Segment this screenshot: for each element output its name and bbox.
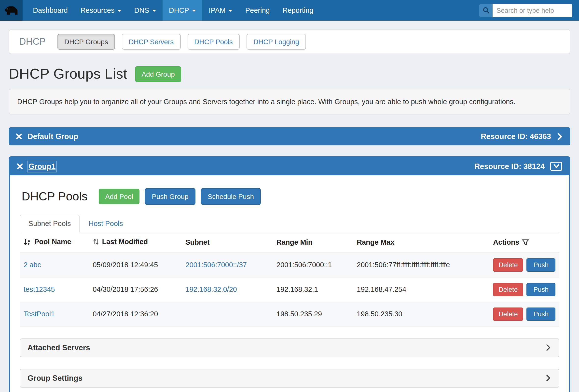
subnet-link[interactable]: 192.168.32.0/20 xyxy=(185,285,237,293)
nav-item-dashboard[interactable]: Dashboard xyxy=(26,0,74,21)
tab-subnet-pools[interactable]: Subnet Pools xyxy=(20,215,80,232)
elephant-logo-icon xyxy=(4,5,19,16)
chevron-down-icon xyxy=(553,164,559,168)
column-header-label: Last Modified xyxy=(102,238,148,246)
range-max-cell: 192.168.47.254 xyxy=(353,277,489,302)
nav-item-label: DNS xyxy=(134,6,149,14)
page-title: DHCP Groups List xyxy=(9,66,127,82)
chevron-right-icon xyxy=(545,344,552,351)
caret-down-icon xyxy=(118,10,122,12)
column-header-subnet[interactable]: Subnet xyxy=(181,232,273,252)
nav-item-label: Reporting xyxy=(283,6,314,14)
groups-description: DHCP Groups help you to organize all of … xyxy=(9,89,570,114)
close-icon[interactable] xyxy=(17,163,23,169)
accordion-label: Group Settings xyxy=(27,374,82,383)
caret-down-icon xyxy=(229,10,232,12)
column-header-label: Subnet xyxy=(185,238,210,246)
column-header-label: Pool Name xyxy=(34,238,71,246)
filter-icon[interactable] xyxy=(522,239,529,246)
add-group-button[interactable]: Add Group xyxy=(135,66,181,82)
resource-id: Resource ID: 38124 xyxy=(474,162,545,171)
group-name: Default Group xyxy=(27,132,78,141)
dhcp-groups-button[interactable]: DHCP Groups xyxy=(58,34,115,50)
sort-both-icon xyxy=(93,238,99,245)
dhcp-logging-button[interactable]: DHCP Logging xyxy=(247,34,306,50)
nav-item-label: Dashboard xyxy=(33,6,68,14)
column-header-label: Actions xyxy=(493,238,519,246)
table-row: test12345 04/30/2018 17:56:26 192.168.32… xyxy=(20,277,559,302)
push-button[interactable]: Push xyxy=(526,283,555,296)
dhcp-pools-button[interactable]: DHCP Pools xyxy=(187,34,240,50)
dhcp-servers-button[interactable]: DHCP Servers xyxy=(122,34,180,50)
subnet-pools-table: a z Pool Name xyxy=(20,232,559,326)
range-max-cell: 2001:506:77ff:ffff:ffff:ffff:ffff:fffe xyxy=(353,252,489,277)
nav-item-peering[interactable]: Peering xyxy=(239,0,276,21)
last-modified-cell: 05/09/2018 12:49:45 xyxy=(89,252,181,277)
nav-item-label: Resources xyxy=(80,6,115,14)
nav-item-dhcp[interactable]: DHCP xyxy=(162,0,202,21)
group-name-link[interactable]: Group1 xyxy=(28,162,56,171)
pool-name-link[interactable]: test12345 xyxy=(24,285,55,293)
pools-title: DHCP Pools xyxy=(22,190,88,203)
accordion-label: Attached Servers xyxy=(27,343,90,352)
search-input[interactable] xyxy=(493,4,572,17)
nav-item-reporting[interactable]: Reporting xyxy=(276,0,320,21)
nav-item-dns[interactable]: DNS xyxy=(128,0,162,21)
top-navbar: Dashboard Resources DNS DHCP IPAM Peerin… xyxy=(0,0,579,21)
column-header-range-min[interactable]: Range Min xyxy=(273,232,353,252)
attached-servers-accordion[interactable]: Attached Servers xyxy=(20,338,559,357)
subnet-link[interactable]: 2001:506:7000::/37 xyxy=(185,261,247,269)
search-icon[interactable] xyxy=(479,4,493,17)
tab-host-pools[interactable]: Host Pools xyxy=(80,215,132,232)
delete-button[interactable]: Delete xyxy=(493,258,523,271)
main-content: DHCP DHCP Groups DHCP Servers DHCP Pools… xyxy=(0,29,579,392)
pool-name-link[interactable]: TestPool1 xyxy=(24,310,55,318)
pool-name-link[interactable]: 2 abc xyxy=(24,261,41,269)
collapse-group-button[interactable] xyxy=(550,162,562,171)
range-min-cell: 198.50.235.29 xyxy=(273,302,353,326)
chevron-right-icon[interactable] xyxy=(556,133,563,140)
global-search xyxy=(479,4,572,17)
pools-tabs: Subnet Pools Host Pools xyxy=(20,215,559,232)
delete-button[interactable]: Delete xyxy=(493,283,523,296)
page-head: DHCP Groups List Add Group xyxy=(9,66,570,82)
group-settings-accordion[interactable]: Group Settings xyxy=(20,369,559,387)
column-header-pool-name[interactable]: a z Pool Name xyxy=(20,232,89,252)
main-nav: Dashboard Resources DNS DHCP IPAM Peerin… xyxy=(26,0,320,21)
pool-name-cell: test12345 xyxy=(20,277,89,302)
table-row: TestPool1 04/27/2018 12:36:20 198.50.235… xyxy=(20,302,559,326)
sort-alpha-down-icon: a z xyxy=(24,238,31,245)
app-logo[interactable] xyxy=(0,0,23,21)
column-header-label: Range Min xyxy=(277,238,313,246)
push-button[interactable]: Push xyxy=(526,307,555,320)
last-modified-cell: 04/27/2018 12:36:20 xyxy=(89,302,181,326)
column-header-last-modified[interactable]: Last Modified xyxy=(89,232,181,252)
range-min-cell: 2001:506:7000::1 xyxy=(273,252,353,277)
subnet-cell xyxy=(181,302,273,326)
group1-header[interactable]: Group1 Resource ID: 38124 xyxy=(10,157,569,175)
subnav-title: DHCP xyxy=(19,36,46,47)
group-row-default-group[interactable]: Default Group Resource ID: 46363 xyxy=(9,127,570,145)
group-row-group1: Group1 Resource ID: 38124 DHCP Pools Add… xyxy=(9,156,570,392)
delete-button[interactable]: Delete xyxy=(493,307,523,320)
pools-panel-head: DHCP Pools Add Pool Push Group Schedule … xyxy=(20,188,559,205)
subnet-cell: 2001:506:7000::/37 xyxy=(181,252,273,277)
resource-id: Resource ID: 46363 xyxy=(481,132,551,141)
actions-cell: DeletePush xyxy=(489,302,559,326)
last-modified-cell: 04/30/2018 17:56:26 xyxy=(89,277,181,302)
push-button[interactable]: Push xyxy=(526,258,555,271)
actions-cell: DeletePush xyxy=(489,252,559,277)
schedule-push-button[interactable]: Schedule Push xyxy=(201,188,261,205)
push-group-button[interactable]: Push Group xyxy=(145,188,195,205)
add-pool-button[interactable]: Add Pool xyxy=(99,189,140,204)
nav-item-resources[interactable]: Resources xyxy=(74,0,128,21)
column-header-actions[interactable]: Actions xyxy=(489,232,559,252)
chevron-right-icon xyxy=(545,375,552,381)
pool-name-cell: TestPool1 xyxy=(20,302,89,326)
nav-item-ipam[interactable]: IPAM xyxy=(202,0,239,21)
dhcp-subnav: DHCP DHCP Groups DHCP Servers DHCP Pools… xyxy=(9,29,570,54)
subnet-cell: 192.168.32.0/20 xyxy=(181,277,273,302)
close-icon[interactable] xyxy=(16,133,22,140)
pool-name-cell: 2 abc xyxy=(20,252,89,277)
column-header-range-max[interactable]: Range Max xyxy=(353,232,489,252)
